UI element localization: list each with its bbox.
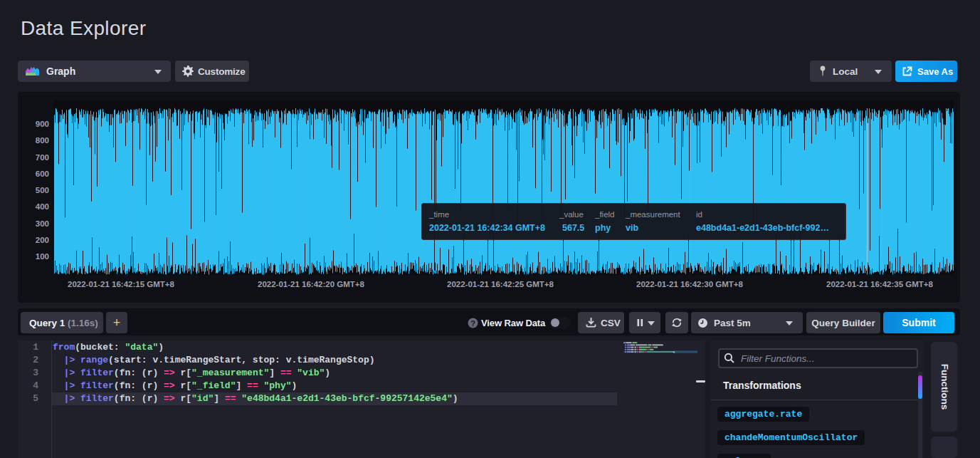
svg-text:?: ?	[470, 319, 475, 328]
